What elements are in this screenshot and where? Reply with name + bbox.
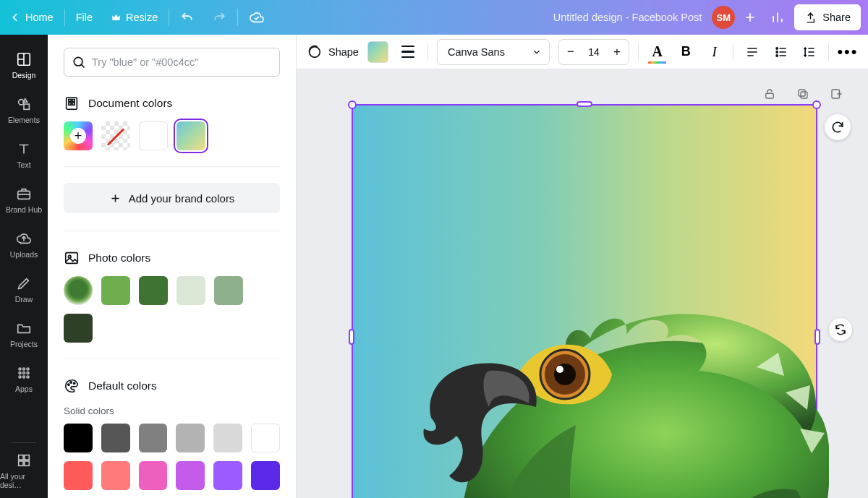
fill-color-swatch[interactable] <box>367 41 389 63</box>
divider <box>64 166 280 167</box>
pencil-icon <box>16 275 32 291</box>
color-search-input[interactable] <box>92 56 272 68</box>
section-default-colors: Default colors <box>64 378 280 394</box>
swatch[interactable] <box>64 314 93 343</box>
svg-rect-33 <box>801 92 807 98</box>
add-color-swatch[interactable]: + <box>64 121 93 150</box>
svg-point-25 <box>68 384 69 385</box>
context-toolbar: Shape Canva Sans − 14 + A B I ••• <box>297 35 868 69</box>
add-member-button[interactable] <box>736 4 764 31</box>
redo-button[interactable] <box>203 0 236 35</box>
add-brand-colors-button[interactable]: Add your brand colors <box>64 183 280 213</box>
home-button[interactable]: Home <box>0 0 63 35</box>
decrease-button[interactable]: − <box>559 45 582 59</box>
divider <box>828 43 829 61</box>
lock-button[interactable] <box>760 84 780 104</box>
more-button[interactable]: ••• <box>838 42 858 62</box>
shapes-icon <box>16 96 32 112</box>
rail-draw[interactable]: Draw <box>0 267 48 312</box>
section-photo-colors: Photo colors <box>64 250 280 266</box>
sync-icon <box>834 323 847 336</box>
swatch[interactable] <box>176 424 205 452</box>
plus-icon: + <box>70 128 86 144</box>
share-button[interactable]: Share <box>794 4 861 30</box>
rail-apps[interactable]: Apps <box>0 357 48 402</box>
rail-uploads[interactable]: Uploads <box>0 223 48 267</box>
svg-rect-22 <box>72 103 75 105</box>
rail-text[interactable]: Text <box>0 133 48 178</box>
avatar[interactable]: SM <box>712 6 735 29</box>
svg-rect-23 <box>66 253 78 264</box>
font-dropdown[interactable]: Canva Sans <box>437 39 550 65</box>
duplicate-page-button[interactable] <box>793 84 813 104</box>
swatch[interactable] <box>213 461 242 490</box>
resize-handle-e[interactable] <box>814 329 820 345</box>
artboard[interactable] <box>353 106 816 498</box>
resize-handle-n[interactable] <box>576 101 592 107</box>
search-icon <box>72 55 86 69</box>
briefcase-icon <box>16 186 32 202</box>
svg-point-28 <box>310 46 320 57</box>
list-button[interactable] <box>771 42 791 62</box>
swatch[interactable] <box>101 276 130 305</box>
italic-button[interactable]: I <box>705 42 725 62</box>
bold-button[interactable]: B <box>676 42 696 62</box>
font-size-stepper[interactable]: − 14 + <box>558 39 629 65</box>
swatch-transparent[interactable] <box>101 121 130 150</box>
text-color-button[interactable]: A <box>647 42 668 62</box>
document-swatches: + <box>64 121 280 150</box>
spacing-button[interactable] <box>799 42 820 62</box>
svg-point-7 <box>19 372 21 374</box>
svg-point-30 <box>776 51 778 52</box>
divider <box>64 9 65 26</box>
spacing-icon <box>802 45 817 59</box>
swatch[interactable] <box>251 424 280 452</box>
undo-button[interactable] <box>171 0 203 35</box>
swatch[interactable] <box>101 424 130 452</box>
swatch-gradient[interactable] <box>176 121 205 150</box>
shape-button[interactable]: Shape <box>307 44 359 60</box>
resize-menu[interactable]: Resize <box>102 0 167 35</box>
sync-button[interactable] <box>829 318 852 341</box>
swatch[interactable] <box>64 461 93 490</box>
cloud-status[interactable] <box>239 0 274 35</box>
resize-handle-nw[interactable] <box>348 100 357 109</box>
shape-icon <box>307 44 323 60</box>
swatch[interactable] <box>64 424 93 452</box>
rail-projects[interactable]: Projects <box>0 312 48 357</box>
align-button[interactable] <box>742 42 762 62</box>
page-plus-icon <box>830 87 843 100</box>
svg-point-9 <box>27 372 29 374</box>
swatch[interactable] <box>213 424 242 452</box>
photo-thumb[interactable] <box>64 276 93 305</box>
document-name[interactable]: Untitled design - Facebook Post <box>553 12 712 23</box>
rail-brand-hub[interactable]: Brand Hub <box>0 178 48 223</box>
increase-button[interactable]: + <box>605 45 629 59</box>
swatch[interactable] <box>101 461 130 490</box>
file-menu[interactable]: File <box>67 0 102 35</box>
color-search[interactable] <box>64 48 280 77</box>
swatch[interactable] <box>214 276 243 305</box>
swatch[interactable] <box>176 461 205 490</box>
rail-design[interactable]: Design <box>0 43 48 88</box>
rail-all-designs[interactable]: All your desi… <box>0 445 48 498</box>
svg-point-10 <box>19 376 21 378</box>
border-style-button[interactable] <box>397 41 418 63</box>
upload-icon <box>804 12 817 24</box>
swatch[interactable] <box>139 276 168 305</box>
regenerate-button[interactable] <box>825 114 851 140</box>
rail-elements[interactable]: Elements <box>0 88 48 133</box>
resize-handle-ne[interactable] <box>812 100 821 109</box>
swatch-white[interactable] <box>139 121 168 150</box>
resize-handle-w[interactable] <box>349 329 354 345</box>
swatch[interactable] <box>139 461 168 490</box>
swatch[interactable] <box>139 424 168 452</box>
swatch[interactable] <box>176 276 205 305</box>
parrot-image <box>380 266 829 498</box>
swatch[interactable] <box>251 461 280 490</box>
analytics-button[interactable] <box>764 4 791 31</box>
add-page-button[interactable] <box>826 84 846 104</box>
svg-rect-21 <box>69 103 71 105</box>
grid-icon <box>16 452 32 468</box>
font-size-value[interactable]: 14 <box>582 46 605 58</box>
